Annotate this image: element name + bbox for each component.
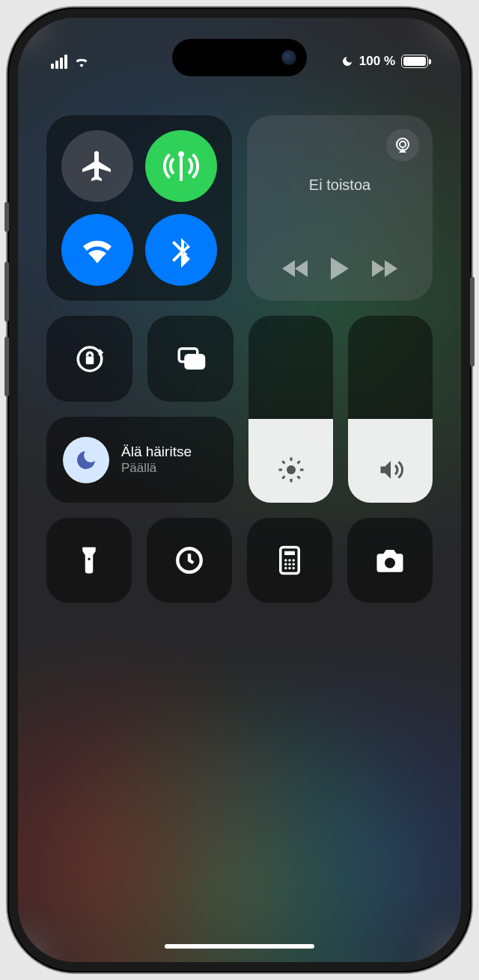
svg-point-11: [288, 559, 291, 562]
focus-subtitle: Päällä: [121, 461, 192, 476]
airplay-button[interactable]: [386, 129, 419, 162]
media-module[interactable]: Ei toistoa: [247, 115, 433, 301]
dynamic-island: [172, 39, 307, 76]
screen-mirroring-icon: [175, 343, 207, 375]
wifi-icon: [73, 55, 90, 67]
volume-icon: [377, 456, 404, 483]
antenna-icon: [163, 148, 199, 184]
phone-frame: 100 %: [7, 7, 472, 973]
screen: 100 %: [18, 18, 461, 962]
front-camera: [281, 50, 296, 65]
connectivity-module[interactable]: [46, 115, 232, 301]
svg-point-17: [288, 567, 291, 570]
svg-point-14: [288, 563, 291, 566]
rotation-lock-icon: [74, 343, 106, 375]
focus-title: Älä häiritse: [121, 444, 192, 461]
calculator-button[interactable]: [247, 518, 332, 603]
rewind-button[interactable]: [282, 260, 308, 278]
battery-percentage: 100 %: [359, 54, 395, 69]
battery-icon: [401, 55, 428, 68]
media-title: Ei toistoa: [263, 177, 416, 194]
wifi-icon: [79, 232, 115, 268]
wifi-toggle[interactable]: [61, 214, 133, 286]
svg-rect-5: [186, 355, 204, 368]
moon-icon: [341, 55, 353, 67]
svg-point-12: [293, 559, 296, 562]
svg-point-13: [284, 563, 287, 566]
focus-indicator: [63, 437, 109, 483]
timer-icon: [174, 545, 205, 576]
calculator-icon: [274, 545, 305, 576]
airplane-mode-toggle[interactable]: [61, 130, 133, 202]
focus-toggle[interactable]: Älä häiritse Päällä: [46, 417, 234, 503]
camera-icon: [374, 545, 406, 576]
svg-point-15: [293, 563, 296, 566]
orientation-lock-toggle[interactable]: [46, 316, 132, 402]
airplane-icon: [79, 148, 115, 184]
volume-slider[interactable]: [348, 316, 433, 503]
svg-point-6: [287, 465, 296, 474]
svg-point-18: [293, 567, 296, 570]
svg-rect-3: [85, 356, 94, 364]
cellular-data-toggle[interactable]: [145, 130, 217, 202]
forward-button[interactable]: [372, 260, 397, 278]
camera-button[interactable]: [347, 518, 433, 603]
svg-rect-9: [284, 551, 295, 555]
home-indicator[interactable]: [165, 944, 314, 949]
bluetooth-icon: [163, 232, 199, 268]
svg-point-1: [400, 141, 406, 147]
bluetooth-toggle[interactable]: [145, 214, 217, 286]
svg-point-10: [284, 559, 287, 562]
flashlight-icon: [73, 545, 105, 576]
timer-button[interactable]: [147, 518, 232, 603]
brightness-slider[interactable]: [248, 316, 333, 503]
moon-icon: [74, 448, 98, 472]
mute-switch: [4, 202, 9, 232]
screen-mirroring-button[interactable]: [147, 316, 234, 402]
volume-up-button: [4, 262, 9, 322]
power-button: [470, 277, 475, 367]
play-button[interactable]: [329, 257, 350, 280]
volume-down-button: [4, 337, 9, 396]
airplay-icon: [394, 136, 412, 154]
brightness-icon: [278, 456, 305, 483]
flashlight-button[interactable]: [46, 518, 132, 603]
cellular-signal-icon: [51, 55, 67, 69]
svg-point-16: [284, 567, 287, 570]
